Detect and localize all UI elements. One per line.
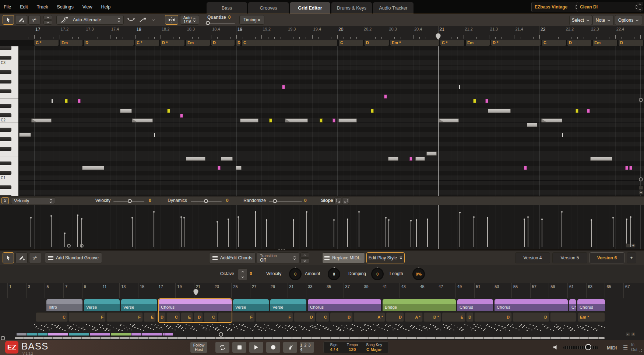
follow-host-button[interactable]: Follow Host [190, 342, 207, 353]
velocity-stem[interactable] [460, 213, 460, 247]
section-label[interactable]: Verse [270, 304, 306, 311]
roll-scroll-handle[interactable] [639, 98, 643, 102]
midi-note-selected-pink[interactable] [384, 95, 387, 99]
slope-up-button[interactable] [334, 197, 341, 204]
section-label[interactable]: Chorus [569, 304, 576, 311]
velocity-stem[interactable] [266, 220, 267, 247]
midi-note-selected-pink[interactable] [409, 157, 412, 161]
options-menu-button[interactable]: Options [615, 15, 642, 25]
song-chord[interactable]: C [316, 312, 329, 322]
section-chorus[interactable] [569, 299, 576, 304]
slope-down-button[interactable] [342, 197, 349, 204]
octave-stepper[interactable] [238, 269, 247, 280]
section-verse[interactable] [270, 299, 306, 304]
velocity-stem[interactable] [630, 217, 631, 247]
tab-bass[interactable]: Bass [207, 2, 247, 14]
piano-roll-grid[interactable] [19, 46, 644, 196]
groove-pencil-tool-button[interactable] [15, 252, 28, 263]
scissors-tool-button[interactable]: ✂ [28, 15, 41, 25]
song-chord[interactable]: F [106, 312, 143, 322]
piano-key[interactable] [0, 166, 18, 171]
midi-note-selected-pink[interactable] [524, 166, 527, 170]
timing-button[interactable]: Timing » [239, 15, 264, 25]
param-knob-length[interactable]: 0% [412, 268, 425, 280]
piano-key[interactable] [0, 142, 18, 146]
midi-note[interactable] [527, 123, 537, 127]
bass-preset-select[interactable]: EZbass Vintage [531, 2, 581, 12]
black-key[interactable] [0, 161, 11, 166]
black-key[interactable] [0, 46, 11, 50]
velocity-stem[interactable] [51, 216, 52, 247]
song-scrollbar[interactable] [15, 337, 605, 339]
black-key[interactable] [0, 89, 11, 93]
chord-region[interactable]: Em [593, 40, 617, 46]
scrollbar-left-handle[interactable] [1, 336, 5, 340]
piano-key[interactable] [0, 108, 18, 113]
dynamics-slider-knob[interactable] [204, 199, 208, 203]
black-key[interactable] [0, 171, 11, 175]
transition-select[interactable]: Transition Off [257, 252, 299, 263]
piano-keyboard[interactable]: C3C2C1 [0, 46, 19, 196]
midi-note[interactable] [590, 157, 612, 161]
quantize-slider[interactable] [205, 23, 235, 24]
section-verse[interactable] [233, 299, 269, 304]
roll-scroll-handle[interactable] [639, 177, 643, 181]
midi-note[interactable] [82, 166, 104, 170]
midi-note-selected-pink[interactable] [180, 114, 183, 118]
velocity-stem[interactable] [474, 217, 474, 247]
song-chord[interactable]: D [513, 312, 549, 322]
velocity-slider-knob[interactable] [128, 199, 132, 203]
midi-note-selected-yellow[interactable] [576, 109, 578, 113]
tab-audio-tracker[interactable]: Audio Tracker [373, 2, 414, 14]
velocity-stem[interactable] [217, 222, 218, 247]
midi-note[interactable] [415, 157, 425, 161]
midi-note-selected-pink[interactable] [485, 99, 488, 103]
lane-type-select[interactable]: Velocity [11, 197, 55, 204]
chord-region[interactable]: D * [491, 40, 541, 46]
song-chord[interactable]: E [442, 312, 465, 322]
velocity-stem[interactable] [427, 220, 428, 247]
count-in-button[interactable]: 1 2 3 4 [300, 342, 314, 353]
overview-position-handle[interactable] [219, 332, 223, 337]
piano-key[interactable] [0, 132, 18, 137]
midi-note-selected-pink[interactable] [587, 109, 590, 113]
menu-view[interactable]: View [82, 4, 92, 10]
quantize-slider-knob[interactable] [206, 21, 210, 25]
volume-slider-knob[interactable] [585, 344, 591, 350]
velocity-stem[interactable] [306, 212, 307, 247]
velocity-lane[interactable] [0, 205, 644, 249]
section-chorus[interactable] [577, 299, 605, 304]
velocity-stem[interactable] [562, 212, 562, 247]
add-version-button[interactable]: + [627, 252, 636, 263]
chord-region[interactable]: D [619, 40, 643, 46]
section-label[interactable]: Chorus [308, 304, 381, 311]
chord-region[interactable]: D [236, 40, 240, 46]
midi-note-short[interactable] [52, 99, 53, 103]
song-chord[interactable]: A * [405, 312, 423, 322]
section-label[interactable]: Intro [46, 304, 82, 311]
param-knob-velocity[interactable]: 0 [289, 268, 302, 280]
velocity-stem[interactable] [77, 216, 78, 247]
midi-note[interactable] [236, 166, 242, 170]
chord-region[interactable]: C * [135, 40, 159, 46]
loop-button[interactable] [215, 342, 229, 353]
midi-note[interactable] [120, 109, 132, 113]
song-playhead-pin[interactable] [193, 289, 198, 295]
select-menu-button[interactable]: Select [569, 15, 592, 25]
song-info-panel[interactable]: Sign.4 / 4 Tempo120 Song KeyC Major [323, 341, 389, 353]
velocity-stem[interactable] [613, 218, 613, 247]
song-chord[interactable]: E [144, 312, 156, 322]
velocity-stem[interactable] [181, 217, 182, 247]
velocity-stem[interactable] [184, 218, 184, 247]
slide-note-button[interactable] [137, 15, 148, 25]
grid-step-up-button[interactable] [43, 15, 52, 19]
chord-region[interactable]: Em [186, 40, 210, 46]
section-label[interactable]: Bridge [383, 304, 456, 311]
velocity-stem[interactable] [359, 212, 359, 247]
song-chord[interactable]: D [466, 312, 474, 322]
menu-track[interactable]: Track [37, 4, 48, 10]
section-chorus[interactable] [457, 299, 493, 304]
velocity-stem[interactable] [132, 218, 133, 247]
preset-up-button[interactable] [637, 2, 643, 6]
piano-key[interactable] [0, 180, 18, 185]
